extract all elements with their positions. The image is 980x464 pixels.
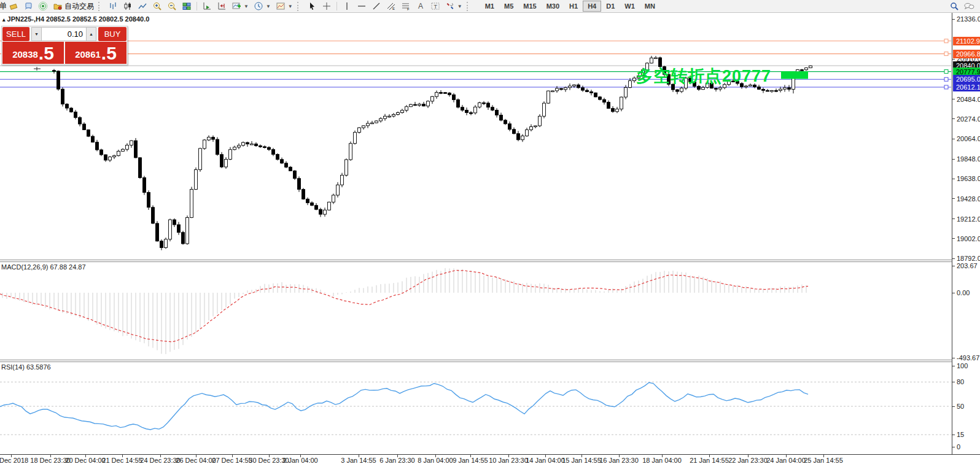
- time-axis-label: 9 Jan 14:55: [453, 457, 488, 464]
- toolbar-grip[interactable]: [467, 2, 472, 11]
- candle-body: [276, 155, 279, 160]
- crosshair-icon[interactable]: [319, 1, 334, 12]
- equidistant-channel-icon[interactable]: E: [384, 1, 399, 12]
- level-line-handle[interactable]: [944, 70, 948, 74]
- price-axis-label: 20274.0: [957, 115, 980, 123]
- level-line-handle[interactable]: [944, 77, 948, 81]
- cursor-icon[interactable]: [305, 1, 319, 12]
- buy-button[interactable]: BUY: [98, 27, 126, 41]
- candle-body: [715, 88, 718, 90]
- time-axis-label: 2 Jan 04:00: [282, 457, 318, 464]
- collapse-panel-icon[interactable]: ▴: [2, 17, 6, 23]
- sell-price-panel[interactable]: 20838 .5: [2, 42, 64, 64]
- candle-body: [220, 155, 224, 167]
- candle-body: [771, 90, 774, 91]
- level-line-handle[interactable]: [944, 39, 948, 43]
- trendline-icon[interactable]: [369, 1, 384, 12]
- candle-body: [225, 160, 228, 167]
- volume-input[interactable]: 0.10: [41, 28, 87, 41]
- price-axis-label: 19848.0: [957, 155, 980, 163]
- svg-text:F: F: [407, 7, 410, 11]
- candle-body: [246, 142, 249, 144]
- text-label-icon[interactable]: T: [428, 1, 443, 12]
- rsi-scale-label: 15: [957, 431, 964, 438]
- time-axis-label: 16 Jan 23:30: [599, 457, 639, 464]
- indicators-button[interactable]: ▼: [229, 1, 251, 12]
- candle-body: [186, 217, 189, 244]
- rsi-pane[interactable]: [0, 362, 952, 454]
- timeframe-button-mn[interactable]: MN: [640, 1, 660, 12]
- timeframe-button-m1[interactable]: M1: [480, 1, 499, 12]
- candle-body: [607, 102, 610, 109]
- rsi-scale-label: 50: [957, 403, 964, 410]
- volume-decrease-button[interactable]: ▼: [32, 28, 41, 41]
- macd-scale-label: 0.00: [957, 289, 970, 296]
- candle-body: [203, 140, 206, 149]
- bar-chart-icon[interactable]: [106, 1, 120, 12]
- level-line-handle[interactable]: [944, 85, 948, 89]
- rsi-label: RSI(14) 63.5876: [1, 363, 51, 371]
- candle-body: [306, 199, 309, 203]
- timeframe-group: M1M5M15M30H1H4D1W1MN: [480, 1, 660, 12]
- candle-body: [491, 107, 494, 110]
- templates-button[interactable]: ▼: [273, 1, 295, 12]
- candle-body: [564, 88, 567, 90]
- candle-body: [134, 141, 138, 158]
- sell-button[interactable]: SELL: [2, 27, 29, 41]
- level-line-handle[interactable]: [944, 52, 948, 56]
- candlestick-icon[interactable]: [120, 1, 135, 12]
- candle-body: [603, 99, 606, 102]
- signal-icon[interactable]: [36, 1, 50, 12]
- buy-price-frac: .5: [101, 44, 117, 63]
- timeframe-button-h1[interactable]: H1: [564, 1, 583, 12]
- time-axis-label: 10 Jan 23:30: [489, 457, 528, 464]
- timeframe-button-m15[interactable]: M15: [518, 1, 541, 12]
- tile-windows-icon[interactable]: [179, 1, 194, 12]
- terminal-icon[interactable]: [21, 1, 36, 12]
- search-icon[interactable]: [947, 1, 962, 12]
- candle-body: [521, 136, 524, 140]
- macd-pane[interactable]: [0, 262, 952, 360]
- candle-body: [775, 90, 778, 91]
- new-order-icon[interactable]: [6, 1, 21, 12]
- chat-icon[interactable]: [962, 1, 976, 12]
- timeframe-button-w1[interactable]: W1: [620, 1, 640, 12]
- candle-body: [624, 88, 628, 98]
- horizontal-line-icon[interactable]: [354, 1, 369, 12]
- text-icon[interactable]: A: [413, 1, 428, 12]
- timeframe-button-d1[interactable]: D1: [601, 1, 620, 12]
- chart-annotation-text[interactable]: 多空转折点20777: [636, 65, 771, 87]
- candle-body: [440, 93, 443, 94]
- periods-button[interactable]: ▼: [251, 1, 273, 12]
- vertical-line-icon[interactable]: [340, 1, 354, 12]
- auto-scroll-icon[interactable]: [200, 1, 214, 12]
- timeframe-button-m5[interactable]: M5: [499, 1, 518, 12]
- zoom-out-icon[interactable]: [165, 1, 179, 12]
- candle-body: [61, 89, 64, 104]
- volume-increase-button[interactable]: ▲: [87, 28, 96, 41]
- toolbar-grip[interactable]: [297, 2, 303, 11]
- candle-body: [702, 87, 705, 89]
- toolbar-grip[interactable]: [98, 2, 104, 11]
- partial-toolbar-button[interactable]: 单: [0, 1, 6, 12]
- arrows-button[interactable]: ▼: [443, 1, 465, 12]
- candle-body: [367, 123, 370, 126]
- candle-body: [453, 95, 456, 99]
- zoom-in-icon[interactable]: [150, 1, 165, 12]
- autotrading-button[interactable]: 自动交易: [50, 1, 96, 12]
- candle-body: [779, 89, 782, 90]
- chart-ohlc-title: ▴JPN225-,H4 20852.5 20852.5 20802.5 2084…: [2, 15, 149, 23]
- fibonacci-icon[interactable]: F: [399, 1, 413, 12]
- candle-body: [805, 68, 808, 70]
- main-chart[interactable]: [0, 13, 952, 260]
- buy-price-panel[interactable]: 20861 .5: [65, 42, 126, 64]
- timeframe-button-h4[interactable]: H4: [583, 1, 601, 12]
- timeframe-button-m30[interactable]: M30: [542, 1, 564, 12]
- candle-body: [784, 88, 787, 89]
- green-rectangle-object[interactable]: [781, 71, 808, 79]
- svg-text:A: A: [418, 2, 423, 10]
- axis-tick: [952, 266, 955, 266]
- line-chart-icon[interactable]: [135, 1, 150, 12]
- chart-shift-icon[interactable]: [214, 1, 229, 12]
- candle-body: [255, 144, 258, 145]
